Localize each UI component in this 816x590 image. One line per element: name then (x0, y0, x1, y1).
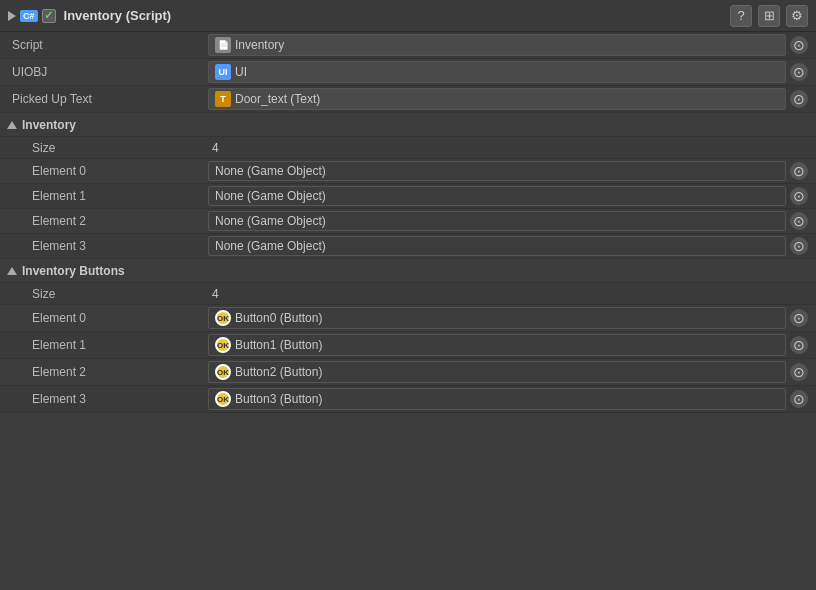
inv-btn-element-2-row: Element 2 OK Button2 (Button) ⊙ (0, 359, 816, 386)
inv-btn-element-3-value: Button3 (Button) (235, 392, 322, 406)
ui-icon: UI (215, 64, 231, 80)
inventory-element-1-value: None (Game Object) (215, 189, 326, 203)
inventory-element-1-value-container: None (Game Object) ⊙ (208, 186, 808, 206)
inventory-element-2-dot-button[interactable]: ⊙ (790, 212, 808, 230)
inv-btn-element-0-value: Button0 (Button) (235, 311, 322, 325)
inventory-element-0-value-box[interactable]: None (Game Object) (208, 161, 786, 181)
inventory-element-2-value: None (Game Object) (215, 214, 326, 228)
inventory-element-0-label: Element 0 (8, 164, 208, 178)
inventory-size-value: 4 (208, 141, 808, 155)
uiobj-value-box[interactable]: UI UI (208, 61, 786, 83)
inv-btn-element-0-label: Element 0 (8, 311, 208, 325)
inventory-buttons-size-label: Size (8, 287, 208, 301)
header-buttons: ? ⊞ ⚙ (730, 5, 808, 27)
ok-icon-0: OK (215, 310, 231, 326)
inv-btn-element-1-value-container: OK Button1 (Button) ⊙ (208, 334, 808, 356)
picked-up-label: Picked Up Text (8, 92, 208, 106)
inventory-element-3-value-container: None (Game Object) ⊙ (208, 236, 808, 256)
collapse-icon[interactable] (8, 11, 16, 21)
inv-btn-element-2-label: Element 2 (8, 365, 208, 379)
inventory-element-3-dot-button[interactable]: ⊙ (790, 237, 808, 255)
picked-up-dot-button[interactable]: ⊙ (790, 90, 808, 108)
inv-btn-element-0-row: Element 0 OK Button0 (Button) ⊙ (0, 305, 816, 332)
inv-btn-element-1-value: Button1 (Button) (235, 338, 322, 352)
inv-btn-element-2-value: Button2 (Button) (235, 365, 322, 379)
inv-btn-element-1-dot-button[interactable]: ⊙ (790, 336, 808, 354)
inventory-element-1-label: Element 1 (8, 189, 208, 203)
cs-badge: C# (20, 10, 38, 22)
text-icon: T (215, 91, 231, 107)
inspector-panel: C# ✓ Inventory (Script) ? ⊞ ⚙ Script 📄 I… (0, 0, 816, 413)
enabled-checkbox[interactable]: ✓ (42, 9, 56, 23)
inv-btn-element-3-value-container: OK Button3 (Button) ⊙ (208, 388, 808, 410)
inventory-element-0-value: None (Game Object) (215, 164, 326, 178)
script-value-box[interactable]: 📄 Inventory (208, 34, 786, 56)
inventory-element-1-value-box[interactable]: None (Game Object) (208, 186, 786, 206)
inv-btn-element-3-value-box[interactable]: OK Button3 (Button) (208, 388, 786, 410)
inventory-element-0-row: Element 0 None (Game Object) ⊙ (0, 159, 816, 184)
inventory-element-2-label: Element 2 (8, 214, 208, 228)
script-label: Script (8, 38, 208, 52)
inv-btn-element-1-value-box[interactable]: OK Button1 (Button) (208, 334, 786, 356)
inventory-buttons-section-header[interactable]: Inventory Buttons (0, 259, 816, 283)
inventory-expand-icon (7, 121, 17, 129)
inv-btn-element-0-value-container: OK Button0 (Button) ⊙ (208, 307, 808, 329)
inv-btn-element-0-dot-button[interactable]: ⊙ (790, 309, 808, 327)
inv-btn-element-2-value-container: OK Button2 (Button) ⊙ (208, 361, 808, 383)
picked-up-value-box[interactable]: T Door_text (Text) (208, 88, 786, 110)
uiobj-label: UIOBJ (8, 65, 208, 79)
layout-button[interactable]: ⊞ (758, 5, 780, 27)
inv-btn-element-3-row: Element 3 OK Button3 (Button) ⊙ (0, 386, 816, 413)
uiobj-value: UI (235, 65, 247, 79)
inventory-buttons-size-row: Size 4 (0, 283, 816, 305)
uiobj-dot-button[interactable]: ⊙ (790, 63, 808, 81)
settings-button[interactable]: ⚙ (786, 5, 808, 27)
inv-btn-element-2-dot-button[interactable]: ⊙ (790, 363, 808, 381)
inventory-element-2-value-container: None (Game Object) ⊙ (208, 211, 808, 231)
inventory-element-3-value-box[interactable]: None (Game Object) (208, 236, 786, 256)
script-dot-button[interactable]: ⊙ (790, 36, 808, 54)
inventory-element-0-value-container: None (Game Object) ⊙ (208, 161, 808, 181)
inv-btn-element-3-dot-button[interactable]: ⊙ (790, 390, 808, 408)
inventory-size-value-container: 4 (208, 141, 808, 155)
inv-btn-element-1-label: Element 1 (8, 338, 208, 352)
inventory-buttons-size-value-container: 4 (208, 287, 808, 301)
inv-btn-element-1-row: Element 1 OK Button1 (Button) ⊙ (0, 332, 816, 359)
header-icons: C# ✓ (8, 9, 56, 23)
inventory-element-2-value-box[interactable]: None (Game Object) (208, 211, 786, 231)
inventory-buttons-section-title: Inventory Buttons (22, 264, 125, 278)
picked-up-row: Picked Up Text T Door_text (Text) ⊙ (0, 86, 816, 113)
script-icon: 📄 (215, 37, 231, 53)
help-button[interactable]: ? (730, 5, 752, 27)
inv-btn-element-2-value-box[interactable]: OK Button2 (Button) (208, 361, 786, 383)
uiobj-row: UIOBJ UI UI ⊙ (0, 59, 816, 86)
inventory-element-1-dot-button[interactable]: ⊙ (790, 187, 808, 205)
inventory-element-2-row: Element 2 None (Game Object) ⊙ (0, 209, 816, 234)
ok-icon-1: OK (215, 337, 231, 353)
panel-title: Inventory (Script) (64, 8, 730, 23)
inventory-element-3-row: Element 3 None (Game Object) ⊙ (0, 234, 816, 259)
header: C# ✓ Inventory (Script) ? ⊞ ⚙ (0, 0, 816, 32)
inventory-element-0-dot-button[interactable]: ⊙ (790, 162, 808, 180)
inventory-size-row: Size 4 (0, 137, 816, 159)
inv-btn-element-0-value-box[interactable]: OK Button0 (Button) (208, 307, 786, 329)
uiobj-value-container: UI UI ⊙ (208, 61, 808, 83)
inventory-element-3-label: Element 3 (8, 239, 208, 253)
inv-btn-element-3-label: Element 3 (8, 392, 208, 406)
inventory-section-title: Inventory (22, 118, 76, 132)
script-value: Inventory (235, 38, 284, 52)
picked-up-value: Door_text (Text) (235, 92, 320, 106)
script-value-container: 📄 Inventory ⊙ (208, 34, 808, 56)
picked-up-value-container: T Door_text (Text) ⊙ (208, 88, 808, 110)
inventory-size-label: Size (8, 141, 208, 155)
ok-icon-2: OK (215, 364, 231, 380)
inventory-buttons-expand-icon (7, 267, 17, 275)
inventory-section-header[interactable]: Inventory (0, 113, 816, 137)
ok-icon-3: OK (215, 391, 231, 407)
inventory-element-1-row: Element 1 None (Game Object) ⊙ (0, 184, 816, 209)
inventory-buttons-size-value: 4 (208, 287, 808, 301)
script-row: Script 📄 Inventory ⊙ (0, 32, 816, 59)
inventory-element-3-value: None (Game Object) (215, 239, 326, 253)
